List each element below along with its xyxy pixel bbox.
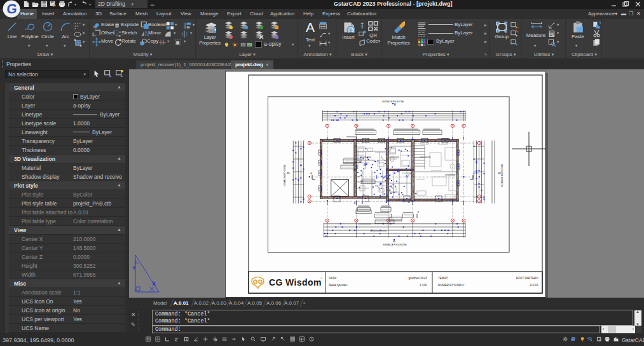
svg-text:Skala rysunku:: Skala rysunku: xyxy=(329,284,348,287)
svg-text:TEMAT:: TEMAT: xyxy=(438,277,448,280)
svg-text:DATA:: DATA: xyxy=(329,277,337,280)
svg-text:A.0.01: A.0.01 xyxy=(530,284,538,287)
svg-text:CG Wisdom: CG Wisdom xyxy=(269,277,322,287)
svg-text:™: ™ xyxy=(320,277,322,280)
svg-text:ELEWACJA ZACHODNIA: ELEWACJA ZACHODNIA xyxy=(284,165,286,186)
svg-text:B: B xyxy=(418,211,419,214)
svg-text:ELEWACJA WSCHODNIA: ELEWACJA WSCHODNIA xyxy=(501,164,504,186)
svg-text:G: G xyxy=(6,2,18,17)
svg-text:ELEWACJA PÓŁNOCNA: ELEWACJA PÓŁNOCNA xyxy=(382,100,404,103)
svg-text:ELEWACJA POŁUDNIOWA: ELEWACJA POŁUDNIOWA xyxy=(383,244,406,246)
svg-text:grudzień 2023: grudzień 2023 xyxy=(408,277,427,280)
svg-text:Y: Y xyxy=(133,266,135,270)
svg-text:NUMER RYSUNKU:: NUMER RYSUNKU: xyxy=(438,284,465,287)
svg-text:X: X xyxy=(153,282,155,286)
svg-text:RZUT PARTERU: RZUT PARTERU xyxy=(516,277,538,280)
svg-text:1:100: 1:100 xyxy=(420,284,427,287)
